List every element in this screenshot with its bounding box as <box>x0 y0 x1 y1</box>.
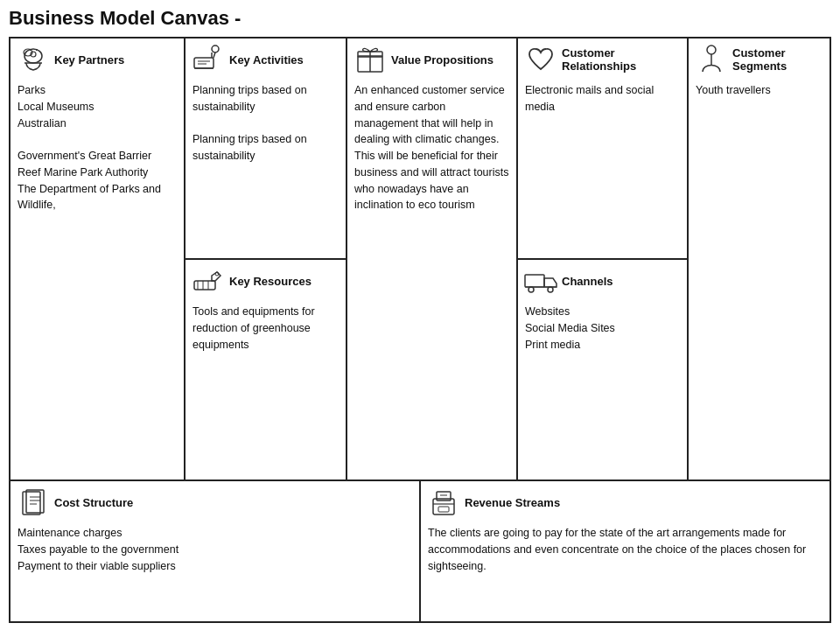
svg-point-22 <box>528 287 534 292</box>
customer-relationships-header: Customer Relationships <box>525 44 680 75</box>
svg-rect-7 <box>194 58 214 68</box>
customer-relationships-section: Customer Relationships Electronic mails … <box>518 38 687 260</box>
key-resources-label: Key Resources <box>229 275 312 288</box>
svg-point-23 <box>548 287 553 292</box>
key-partners-label: Key Partners <box>54 53 124 66</box>
key-activities-col: Key Activities Planning trips based on s… <box>186 38 347 480</box>
cost-structure-header: Cost Structure <box>18 486 412 518</box>
svg-point-25 <box>707 46 716 54</box>
value-propositions-header: Value Propositions <box>354 44 509 75</box>
channels-header: Channels <box>525 265 680 297</box>
canvas-main: Key Partners ParksLocal MuseumsAustralia… <box>10 38 830 481</box>
key-activities-label: Key Activities <box>229 53 304 66</box>
key-activities-content: Planning trips based on sustainabilityPl… <box>192 82 339 164</box>
page-title: Business Model Canvas - <box>9 7 831 30</box>
channels-content: WebsitesSocial Media SitesPrint media <box>525 304 680 353</box>
channels-icon <box>525 265 556 297</box>
key-partners-header: Key Partners <box>18 44 177 75</box>
channels-label: Channels <box>562 275 613 288</box>
svg-rect-28 <box>26 490 44 513</box>
cost-structure-label: Cost Structure <box>54 496 133 509</box>
key-resources-section: Key Resources Tools and equipments for r… <box>186 260 346 480</box>
key-partners-icon <box>18 44 49 75</box>
customer-relationships-content: Electronic mails and social media <box>525 82 680 116</box>
customer-segments-icon <box>696 44 727 75</box>
key-resources-content: Tools and equipments for reduction of gr… <box>192 304 339 353</box>
svg-rect-21 <box>525 275 544 287</box>
value-propositions-content: An enhanced customer service and ensure … <box>354 82 509 214</box>
customer-relationships-label: Customer Relationships <box>562 46 680 73</box>
customer-segments-label: Customer Segments <box>732 46 822 73</box>
cost-structure-content: Maintenance chargesTaxes payable to the … <box>18 525 412 574</box>
key-partners-content: ParksLocal MuseumsAustralianGovernment's… <box>18 82 177 214</box>
revenue-streams-icon <box>428 486 459 518</box>
customer-segments-content: Youth travellers <box>696 82 822 99</box>
cost-structure-icon <box>18 486 49 518</box>
key-activities-header: Key Activities <box>192 44 339 75</box>
revenue-streams-header: Revenue Streams <box>428 486 822 518</box>
svg-line-10 <box>214 52 215 58</box>
channels-section: Channels WebsitesSocial Media SitesPrint… <box>518 260 687 480</box>
customer-right-col: Customer Relationships Electronic mails … <box>518 38 689 480</box>
customer-segments-header: Customer Segments <box>696 44 822 75</box>
key-activities-section: Key Activities Planning trips based on s… <box>186 38 346 260</box>
canvas-wrapper: Key Partners ParksLocal MuseumsAustralia… <box>9 37 831 623</box>
page: Business Model Canvas - <box>0 0 840 630</box>
canvas-bottom: Cost Structure Maintenance chargesTaxes … <box>10 481 830 621</box>
revenue-streams-label: Revenue Streams <box>465 496 560 509</box>
key-resources-icon <box>192 265 224 297</box>
svg-point-6 <box>212 46 219 52</box>
svg-rect-35 <box>438 507 449 512</box>
value-propositions-section: Value Propositions An enhanced customer … <box>347 38 518 480</box>
key-resources-header: Key Resources <box>192 265 339 297</box>
value-propositions-icon <box>354 44 386 75</box>
key-partners-section: Key Partners ParksLocal MuseumsAustralia… <box>10 38 186 480</box>
value-propositions-label: Value Propositions <box>391 53 494 66</box>
cost-structure-section: Cost Structure Maintenance chargesTaxes … <box>10 481 421 621</box>
customer-relationships-icon <box>525 44 556 75</box>
svg-rect-27 <box>23 492 40 514</box>
revenue-streams-section: Revenue Streams The clients are going to… <box>421 481 830 621</box>
key-activities-icon <box>192 44 224 75</box>
revenue-streams-content: The clients are going to pay for the sta… <box>428 525 822 574</box>
customer-segments-section: Customer Segments Youth travellers <box>689 38 830 480</box>
